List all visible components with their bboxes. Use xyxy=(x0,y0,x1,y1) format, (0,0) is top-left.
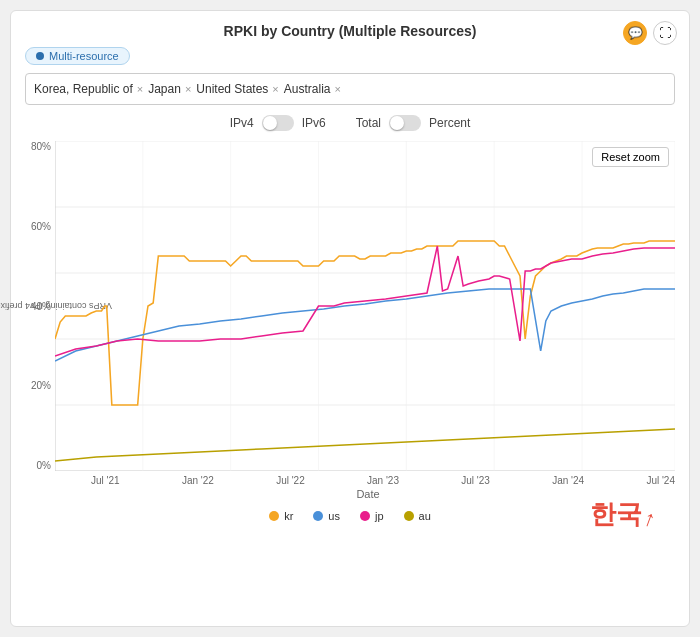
legend-annotation-row: kr us jp au 한국 ↑ xyxy=(25,506,675,522)
ipv4-toggle[interactable] xyxy=(262,115,294,131)
ipv4-toggle-group: IPv4 IPv6 xyxy=(230,115,326,131)
top-icons: 💬 ⛶ xyxy=(623,21,677,45)
annotation-arrow: ↑ xyxy=(640,505,659,533)
main-card: RPKI by Country (Multiple Resources) 💬 ⛶… xyxy=(10,10,690,627)
legend-label-kr: kr xyxy=(284,510,293,522)
tag-remove-au[interactable]: × xyxy=(334,83,340,95)
ipv4-toggle-knob xyxy=(263,116,277,130)
chart-lines xyxy=(55,141,675,471)
page-title: RPKI by Country (Multiple Resources) xyxy=(25,23,675,39)
legend-dot-au xyxy=(404,511,414,521)
tag-au: Australia × xyxy=(284,82,341,96)
badge-label: Multi-resource xyxy=(49,50,119,62)
toggle-row: IPv4 IPv6 Total Percent xyxy=(25,115,675,131)
reset-zoom-button[interactable]: Reset zoom xyxy=(592,147,669,167)
tag-input[interactable]: Korea, Republic of × Japan × United Stat… xyxy=(25,73,675,105)
x-label-1: Jul '21 xyxy=(91,475,120,486)
y-label-0: 0% xyxy=(25,460,51,471)
legend-dot-kr xyxy=(269,511,279,521)
annotation: 한국 ↑ xyxy=(590,497,655,532)
legend-kr: kr xyxy=(269,510,293,522)
ipv4-label: IPv4 xyxy=(230,116,254,130)
tag-remove-korea[interactable]: × xyxy=(137,83,143,95)
tag-label-au: Australia xyxy=(284,82,331,96)
legend-au: au xyxy=(404,510,431,522)
y-label-80: 80% xyxy=(25,141,51,152)
tag-remove-us[interactable]: × xyxy=(272,83,278,95)
legend-dot-jp xyxy=(360,511,370,521)
annotation-text: 한국 xyxy=(590,497,642,532)
tag-label-japan: Japan xyxy=(148,82,181,96)
legend: kr us jp au xyxy=(269,510,431,522)
ipv6-label: IPv6 xyxy=(302,116,326,130)
x-labels: Jul '21 Jan '22 Jul '22 Jan '23 Jul '23 … xyxy=(91,475,675,486)
x-axis-title: Date xyxy=(61,488,675,500)
comment-icon[interactable]: 💬 xyxy=(623,21,647,45)
total-toggle-group: Total Percent xyxy=(356,115,471,131)
legend-us: us xyxy=(313,510,340,522)
y-label-60: 60% xyxy=(25,221,51,232)
tag-japan: Japan × xyxy=(148,82,191,96)
multi-resource-badge: Multi-resource xyxy=(25,47,130,65)
legend-label-au: au xyxy=(419,510,431,522)
x-label-3: Jul '22 xyxy=(276,475,305,486)
legend-label-us: us xyxy=(328,510,340,522)
badge-row: Multi-resource xyxy=(25,47,675,65)
x-axis-row: Jul '21 Jan '22 Jul '22 Jan '23 Jul '23 … xyxy=(61,475,675,486)
x-label-6: Jan '24 xyxy=(552,475,584,486)
x-label-4: Jan '23 xyxy=(367,475,399,486)
chart-wrapper: VRPs containing IPv4 prefixes 80% 60% 40… xyxy=(25,141,675,471)
legend-dot-us xyxy=(313,511,323,521)
tag-remove-japan[interactable]: × xyxy=(185,83,191,95)
total-toggle-knob xyxy=(390,116,404,130)
percent-label: Percent xyxy=(429,116,470,130)
tag-korea: Korea, Republic of × xyxy=(34,82,143,96)
tag-us: United States × xyxy=(196,82,278,96)
x-label-7: Jul '24 xyxy=(646,475,675,486)
tag-label-us: United States xyxy=(196,82,268,96)
legend-jp: jp xyxy=(360,510,384,522)
legend-label-jp: jp xyxy=(375,510,384,522)
tag-label-korea: Korea, Republic of xyxy=(34,82,133,96)
chart-svg: Reset zoom xyxy=(55,141,675,471)
total-toggle[interactable] xyxy=(389,115,421,131)
x-label-5: Jul '23 xyxy=(461,475,490,486)
x-label-2: Jan '22 xyxy=(182,475,214,486)
y-label-20: 20% xyxy=(25,380,51,391)
total-label: Total xyxy=(356,116,381,130)
badge-dot xyxy=(36,52,44,60)
expand-icon[interactable]: ⛶ xyxy=(653,21,677,45)
